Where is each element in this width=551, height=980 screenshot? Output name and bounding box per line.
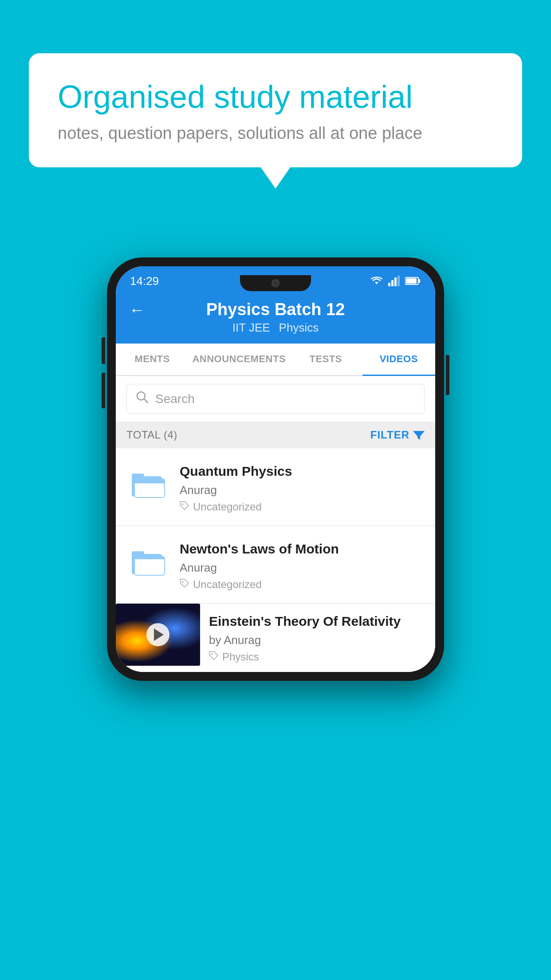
tag-text: Uncategorized [193,578,262,591]
search-bar[interactable]: Search [126,384,425,414]
svg-point-20 [211,653,213,655]
tag-text: Physics [222,651,259,663]
svg-rect-3 [394,277,397,286]
folder-icon [126,461,171,505]
svg-marker-10 [413,431,425,440]
filter-button[interactable]: FILTER [370,429,425,441]
volume-up-button [102,337,105,364]
header-row: ← Physics Batch 12 [129,300,422,319]
search-placeholder: Search [155,392,195,406]
svg-point-19 [182,581,184,583]
svg-rect-1 [388,283,390,286]
svg-point-15 [182,503,184,505]
speech-bubble-section: Organised study material notes, question… [29,53,522,167]
status-icons [370,276,421,286]
header-subtitle: IIT JEE Physics [232,321,319,335]
video-thumbnail [116,604,200,666]
video-title: Quantum Physics [180,462,425,480]
status-time: 14:29 [130,274,159,288]
video-info: Newton's Laws of Motion Anurag Uncategor… [180,538,425,591]
video-author: by Anurag [209,633,426,647]
list-item[interactable]: Newton's Laws of Motion Anurag Uncategor… [116,526,435,604]
svg-line-9 [144,399,148,403]
play-triangle-icon [154,628,164,641]
app-header: ← Physics Batch 12 IIT JEE Physics [116,292,435,344]
list-item[interactable]: Quantum Physics Anurag Uncategorized [116,448,435,526]
tabs-bar: MENTS ANNOUNCEMENTS TESTS VIDEOS [116,344,435,376]
video-title: Einstein's Theory Of Relativity [209,612,426,630]
phone-notch [240,275,311,291]
svg-rect-18 [134,557,165,575]
search-container: Search [116,376,435,422]
svg-rect-2 [391,280,394,286]
power-button [446,355,449,395]
total-count: TOTAL (4) [126,429,177,441]
phone-wrapper: 14:29 [107,257,444,681]
tag-text: Uncategorized [193,501,262,513]
tab-announcements[interactable]: ANNOUNCEMENTS [189,344,289,375]
video-author: Anurag [180,561,425,575]
svg-marker-0 [375,282,378,285]
video-info: Einstein's Theory Of Relativity by Anura… [200,604,435,672]
back-button[interactable]: ← [129,300,145,319]
speech-bubble: Organised study material notes, question… [29,53,522,167]
signal-icon [388,276,401,286]
volume-down-button [102,373,105,408]
bubble-subtitle: notes, question papers, solutions all at… [58,124,493,143]
tag-icon [180,579,189,590]
tab-ments[interactable]: MENTS [116,344,189,375]
folder-icon [126,538,171,583]
svg-rect-12 [132,474,144,479]
tab-videos[interactable]: VIDEOS [362,344,435,376]
svg-rect-4 [398,276,400,286]
svg-rect-6 [418,279,420,283]
battery-icon [405,276,421,286]
video-title: Newton's Laws of Motion [180,540,425,557]
phone-outer: 14:29 [107,257,444,681]
folder-svg [131,467,166,498]
search-icon [136,391,149,407]
svg-rect-7 [406,278,417,284]
video-author: Anurag [180,483,425,497]
video-list: Quantum Physics Anurag Uncategorized [116,448,435,672]
video-tag: Uncategorized [180,501,425,513]
video-tag: Physics [209,651,426,663]
header-title: Physics Batch 12 [206,300,345,319]
tab-tests[interactable]: TESTS [289,344,362,375]
subtitle-physics: Physics [279,321,319,335]
svg-rect-17 [132,551,144,557]
filter-bar: TOTAL (4) FILTER [116,422,435,448]
wifi-icon [370,276,384,286]
front-camera [272,279,279,287]
folder-svg [131,545,166,576]
bubble-title: Organised study material [58,78,493,116]
list-item[interactable]: Einstein's Theory Of Relativity by Anura… [116,604,435,672]
play-button[interactable] [146,623,169,646]
tag-icon [209,651,219,663]
tag-icon [180,501,189,513]
phone-screen: 14:29 [116,266,435,672]
video-info: Quantum Physics Anurag Uncategorized [180,461,425,513]
subtitle-iit: IIT JEE [232,321,270,335]
video-tag: Uncategorized [180,578,425,591]
filter-icon [413,429,425,441]
